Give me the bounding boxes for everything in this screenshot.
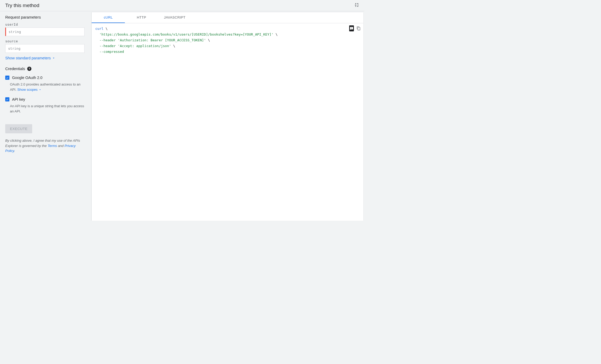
request-parameters-heading: Request parameters — [5, 15, 85, 19]
param-source-label: source — [5, 39, 85, 43]
oauth-description: OAuth 2.0 provides authenticated access … — [10, 82, 85, 92]
param-userId-label: userId — [5, 22, 85, 26]
chevron-down-icon — [52, 56, 55, 60]
credential-apikey: API key An API key is a unique string th… — [5, 97, 85, 114]
apikey-label: API key — [12, 97, 25, 101]
tab-http[interactable]: HTTP — [125, 12, 158, 23]
credential-oauth: Google OAuth 2.0 OAuth 2.0 provides auth… — [5, 76, 85, 92]
apikey-checkbox[interactable] — [5, 97, 9, 101]
left-panel: Request parameters userId source Show st… — [0, 11, 90, 221]
oauth-checkbox[interactable] — [5, 76, 9, 80]
param-userId-input[interactable] — [5, 27, 85, 36]
execute-button[interactable]: EXECUTE — [5, 124, 32, 133]
apikey-description: An API key is a unique string that lets … — [10, 104, 85, 114]
param-source: source — [5, 39, 85, 53]
tab-curl[interactable]: cURL — [92, 12, 125, 23]
collapse-icon[interactable] — [354, 3, 359, 8]
param-userId: userId — [5, 22, 85, 36]
code-sample: curl \ 'https://books.googleapis.com/boo… — [92, 23, 363, 221]
page-title: Try this method — [5, 3, 39, 8]
oauth-label: Google OAuth 2.0 — [12, 76, 42, 80]
terms-link[interactable]: Terms — [48, 144, 57, 148]
credentials-heading: Credentials — [5, 66, 25, 71]
report-issue-icon[interactable] — [349, 25, 354, 31]
param-source-input[interactable] — [5, 44, 85, 53]
right-panel: cURL HTTP JAVASCRIPT curl \ 'https://boo… — [91, 12, 363, 221]
show-standard-parameters-link[interactable]: Show standard parameters — [5, 56, 85, 60]
disclaimer-text: By clicking above, I agree that my use o… — [5, 138, 85, 153]
show-scopes-link[interactable]: Show scopes — [17, 88, 42, 92]
help-icon[interactable]: ? — [27, 67, 31, 71]
chevron-down-icon — [38, 88, 42, 91]
tab-javascript[interactable]: JAVASCRIPT — [158, 12, 191, 23]
copy-icon[interactable] — [357, 25, 361, 31]
header: Try this method — [0, 0, 364, 11]
show-standard-parameters-text: Show standard parameters — [5, 56, 51, 60]
tab-bar: cURL HTTP JAVASCRIPT — [92, 12, 363, 23]
credentials-header: Credentials ? — [5, 66, 85, 71]
